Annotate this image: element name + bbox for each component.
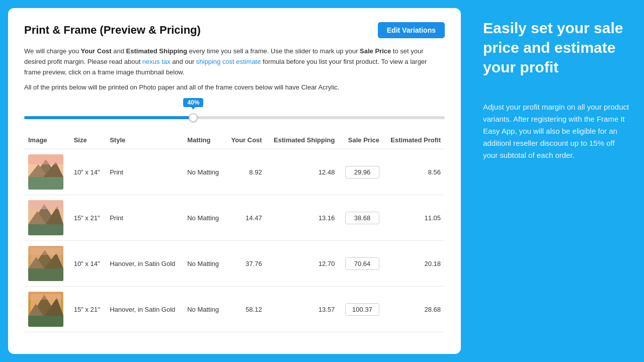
cell-est-profit: 8.56 (383, 149, 445, 195)
sale-price-input[interactable] (345, 166, 379, 178)
cell-your-cost: 8.92 (225, 149, 266, 195)
cell-est-shipping: 12.70 (266, 241, 339, 287)
cell-size: 15" x 21" (70, 287, 106, 332)
table-header-row: Image Size Style Matting Your Cost Estim… (24, 133, 445, 149)
col-style: Style (106, 133, 183, 149)
svg-rect-11 (28, 200, 63, 209)
cell-matting: No Matting (183, 195, 225, 241)
cell-style: Hanover, in Satin Gold (106, 241, 183, 287)
shipping-estimate-link[interactable]: shipping cost estimate (196, 58, 261, 65)
cell-style: Print (106, 195, 183, 241)
cell-est-shipping: 12.48 (266, 149, 339, 195)
sale-price-input[interactable] (345, 303, 379, 316)
svg-rect-1 (28, 177, 63, 190)
promo-heading: Easily set your sale price and estimate … (483, 18, 630, 77)
col-matting: Matting (183, 133, 225, 149)
svg-rect-5 (28, 154, 63, 164)
col-image: Image (24, 133, 70, 149)
table-row: 15" x 21" Hanover, in Satin Gold No Matt… (24, 287, 445, 332)
page-title: Print & Frame (Preview & Pricing) (24, 24, 201, 37)
table-row: 10" x 14" Hanover, in Satin Gold No Matt… (24, 241, 445, 287)
cell-sale-price (339, 241, 383, 287)
cell-image[interactable] (24, 149, 70, 195)
cell-style: Print (106, 149, 183, 195)
cell-size: 10" x 14" (70, 149, 106, 195)
header-row: Print & Frame (Preview & Pricing) Edit V… (24, 22, 445, 38)
markup-slider-container: 40% (24, 98, 445, 121)
cell-image[interactable] (24, 287, 70, 332)
cell-matting: No Matting (183, 287, 225, 332)
col-est-shipping: Estimated Shipping (266, 133, 339, 149)
col-sale-price: Sale Price (339, 133, 383, 149)
right-panel: Easily set your sale price and estimate … (469, 0, 644, 362)
main-panel: Print & Frame (Preview & Pricing) Edit V… (8, 8, 461, 354)
cell-your-cost: 14.47 (225, 195, 266, 241)
your-cost-label: Your Cost (80, 47, 111, 55)
col-size: Size (70, 133, 106, 149)
svg-rect-7 (28, 224, 63, 235)
cell-style: Hanover, in Satin Gold (106, 287, 183, 332)
cell-est-profit: 11.05 (383, 195, 445, 241)
table-row: 15" x 21" Print No Matting 14.47 13.16 1… (24, 195, 445, 241)
table-row: 10" x 14" Print No Matting 8.92 12.48 8.… (24, 149, 445, 195)
cell-est-profit: 28.68 (383, 287, 445, 332)
cell-sale-price (339, 149, 383, 195)
pricing-table: Image Size Style Matting Your Cost Estim… (24, 133, 445, 332)
paper-note: All of the prints below will be printed … (24, 83, 445, 91)
cell-matting: No Matting (183, 241, 225, 287)
svg-rect-14 (28, 268, 63, 281)
cell-image[interactable] (24, 195, 70, 241)
col-your-cost: Your Cost (225, 133, 266, 149)
cell-matting: No Matting (183, 149, 225, 195)
promo-body: Adjust your profit margin on all your pr… (483, 101, 630, 161)
cell-your-cost: 58.12 (225, 287, 266, 332)
svg-rect-18 (28, 246, 63, 255)
svg-rect-25 (28, 292, 63, 300)
estimated-shipping-label: Estimated Shipping (126, 47, 187, 55)
markup-slider[interactable] (24, 116, 445, 119)
cell-sale-price (339, 287, 383, 332)
sale-price-label: Sale Price (360, 47, 391, 55)
sale-price-input[interactable] (345, 212, 379, 224)
description-text: We will charge you Your Cost and Estimat… (24, 46, 445, 77)
cell-your-cost: 37.76 (225, 241, 266, 287)
slider-value-bubble: 40% (183, 98, 203, 107)
cell-size: 15" x 21" (70, 195, 106, 241)
cell-image[interactable] (24, 241, 70, 287)
cell-sale-price (339, 195, 383, 241)
edit-variations-button[interactable]: Edit Variations (378, 22, 445, 38)
svg-rect-21 (28, 316, 63, 327)
col-est-profit: Estimated Profit (383, 133, 445, 149)
nexus-tax-link[interactable]: nexus tax (142, 58, 171, 65)
cell-est-profit: 20.18 (383, 241, 445, 287)
cell-est-shipping: 13.57 (266, 287, 339, 332)
cell-est-shipping: 13.16 (266, 195, 339, 241)
cell-size: 10" x 14" (70, 241, 106, 287)
sale-price-input[interactable] (345, 257, 379, 270)
